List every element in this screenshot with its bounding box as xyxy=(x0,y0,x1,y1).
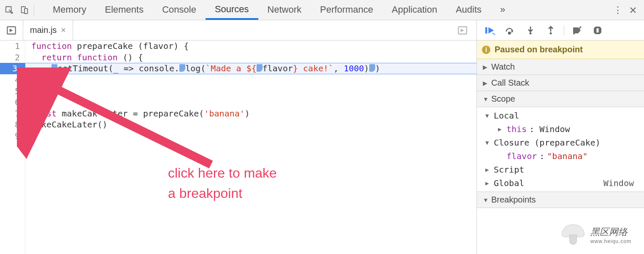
svg-rect-14 xyxy=(598,28,599,32)
tab-performance[interactable]: Performance xyxy=(311,0,382,20)
svg-rect-13 xyxy=(597,28,598,32)
code-token: `Made a ${ xyxy=(206,63,256,74)
code-token xyxy=(31,63,51,74)
code-token: 'banana' xyxy=(204,108,244,119)
step-into-icon[interactable] xyxy=(522,26,539,35)
devtools-toolbar: Memory Elements Console Sources Network … xyxy=(0,0,644,20)
section-label: Scope xyxy=(491,94,515,104)
scope-value: Window xyxy=(603,178,640,188)
mushroom-icon xyxy=(560,222,586,248)
scope-this[interactable]: ▶ this: Window xyxy=(477,122,644,136)
step-over-icon[interactable] xyxy=(501,26,519,35)
svg-point-8 xyxy=(550,32,552,34)
tab-more[interactable]: » xyxy=(491,0,514,20)
triangle-right-icon: ▶ xyxy=(485,166,491,173)
gutter-line[interactable]: 7 xyxy=(0,108,25,119)
gutter-line[interactable]: 5 xyxy=(0,85,25,97)
watermark: 黑区网络 www.heiqu.com xyxy=(560,222,631,248)
triangle-down-icon: ▼ xyxy=(485,112,491,119)
tab-sources[interactable]: Sources xyxy=(206,0,258,20)
debugger-separator xyxy=(564,25,564,36)
tab-console[interactable]: Console xyxy=(153,0,206,20)
svg-point-6 xyxy=(509,32,511,34)
code-content[interactable]: function prepareCake (flavor) { return f… xyxy=(25,41,476,254)
pause-on-exceptions-icon[interactable] xyxy=(589,26,606,35)
scope-sep: : xyxy=(539,151,544,161)
scope-local[interactable]: ▼ Local xyxy=(477,109,644,122)
inline-breakpoint-icon[interactable] xyxy=(369,64,375,72)
code-token: 1000 xyxy=(344,63,364,74)
triangle-down-icon: ▼ xyxy=(483,96,489,103)
sidebar-right-toggle-icon[interactable] xyxy=(451,25,474,36)
scope-closure[interactable]: ▼ Closure (prepareCake) xyxy=(477,136,644,149)
code-token: prepareCake (flavor) { xyxy=(72,41,189,52)
scope-var: this xyxy=(506,124,527,134)
info-icon: i xyxy=(482,46,490,54)
close-file-icon[interactable]: × xyxy=(61,25,66,35)
triangle-down-icon: ▼ xyxy=(485,139,491,146)
scope-flavor[interactable]: flavor: "banana" xyxy=(477,149,644,163)
pause-banner: i Paused on breakpoint xyxy=(477,41,644,59)
scope-global[interactable]: ▶ Global Window xyxy=(477,176,644,190)
triangle-down-icon: ▼ xyxy=(483,197,489,203)
resume-icon[interactable] xyxy=(481,26,499,35)
gutter-line-breakpoint[interactable]: 3 xyxy=(0,63,25,74)
annotation-line: click here to make xyxy=(168,163,277,183)
code-token: () { xyxy=(118,52,143,63)
gutter-line[interactable]: 2 xyxy=(0,52,25,63)
execution-line: setTimeout(_ => console.log(`Made a ${fl… xyxy=(25,63,476,74)
sources-subtoolbar: main.js × xyxy=(0,20,644,41)
file-tab-main-js[interactable]: main.js × xyxy=(23,20,73,40)
file-tab-label: main.js xyxy=(30,25,57,35)
triangle-right-icon: ▶ xyxy=(483,80,489,86)
inline-breakpoint-icon[interactable] xyxy=(179,64,185,72)
code-token: log xyxy=(185,63,200,74)
scope-section[interactable]: ▼ Scope xyxy=(477,91,644,107)
tab-elements[interactable]: Elements xyxy=(95,0,153,20)
tab-memory[interactable]: Memory xyxy=(43,0,95,20)
gutter-line[interactable]: 1 xyxy=(0,41,25,52)
step-out-icon[interactable] xyxy=(542,26,560,35)
close-devtools-icon[interactable] xyxy=(625,3,641,18)
tab-application[interactable]: Application xyxy=(382,0,446,20)
code-token: } xyxy=(31,85,36,97)
settings-menu-icon[interactable]: ⋮ xyxy=(610,3,625,18)
code-token: setTimeout(_ => console. xyxy=(57,63,179,74)
section-label: Breakpoints xyxy=(491,195,536,205)
svg-rect-5 xyxy=(485,27,487,33)
scope-label: Local xyxy=(494,111,519,121)
gutter-line[interactable]: 8 xyxy=(0,119,25,130)
navigator-toggle-icon[interactable] xyxy=(0,25,23,36)
code-token: } xyxy=(31,74,46,86)
annotation-line: a breakpoint xyxy=(168,183,277,203)
inline-breakpoint-icon[interactable] xyxy=(51,64,57,72)
triangle-right-icon: ▶ xyxy=(483,64,489,70)
code-token: ) xyxy=(245,108,250,119)
inline-breakpoint-icon[interactable] xyxy=(257,64,262,72)
annotation-text: click here to make a breakpoint xyxy=(168,163,277,203)
watermark-url: www.heiqu.com xyxy=(590,238,631,244)
line-gutter: 1 2 3 4 5 6 7 8 9 xyxy=(0,41,25,254)
deactivate-breakpoints-icon[interactable] xyxy=(568,26,586,35)
scope-value: "banana" xyxy=(547,151,587,161)
code-token: ( xyxy=(200,63,206,74)
breakpoints-section[interactable]: ▼ Breakpoints xyxy=(477,192,644,208)
code-token: makeCak xyxy=(57,108,97,119)
device-toggle-icon[interactable] xyxy=(17,3,32,18)
scope-script[interactable]: ▶ Script xyxy=(477,163,644,176)
gutter-line[interactable]: 6 xyxy=(0,97,25,108)
scope-label: Script xyxy=(494,165,524,175)
toolbar-separator xyxy=(34,4,34,16)
tab-audits[interactable]: Audits xyxy=(446,0,491,20)
watermark-text: 黑区网络 xyxy=(590,226,631,238)
code-token: return xyxy=(41,52,72,63)
callstack-section[interactable]: ▶ Call Stack xyxy=(477,75,644,91)
code-token xyxy=(31,52,41,63)
watch-section[interactable]: ▶ Watch xyxy=(477,59,644,75)
inspect-icon[interactable] xyxy=(2,3,17,18)
tab-network[interactable]: Network xyxy=(258,0,311,20)
code-token: ) xyxy=(364,63,369,74)
code-token: const xyxy=(31,108,57,119)
gutter-line[interactable]: 4 xyxy=(0,74,25,86)
gutter-line[interactable]: 9 xyxy=(0,130,25,142)
